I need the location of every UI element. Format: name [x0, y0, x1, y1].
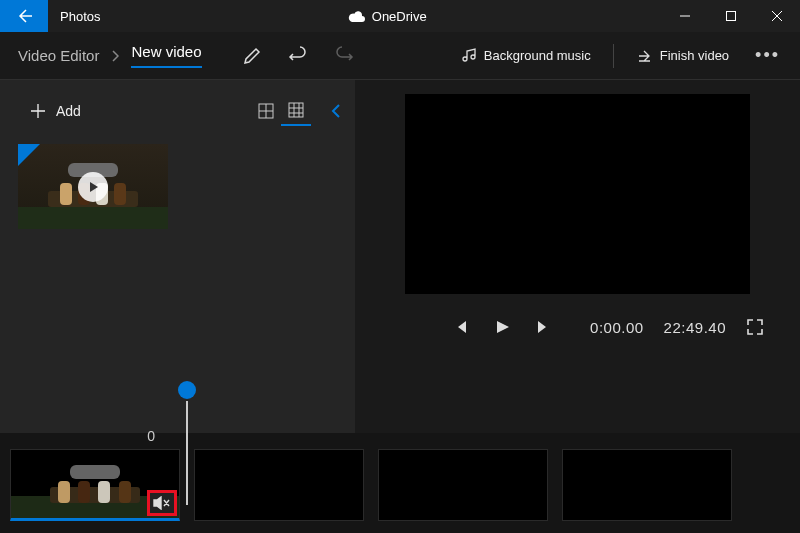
grid-3x3-icon	[288, 102, 304, 118]
play-overlay-icon	[78, 172, 108, 202]
minimize-button[interactable]	[662, 0, 708, 32]
command-bar: Video Editor New video Background music …	[0, 32, 800, 80]
close-icon	[771, 10, 783, 22]
grid-small-button[interactable]	[251, 96, 281, 126]
chevron-left-icon	[331, 103, 341, 119]
project-library: Add	[0, 80, 355, 433]
export-icon	[636, 48, 652, 64]
playhead[interactable]	[186, 401, 188, 505]
grid-large-button[interactable]	[281, 96, 311, 126]
grid-2x2-icon	[258, 103, 274, 119]
preview-canvas[interactable]	[405, 94, 750, 294]
preview-pane: 0:00.00 22:49.40	[355, 80, 800, 433]
chevron-right-icon	[111, 50, 119, 62]
titlebar: Photos OneDrive	[0, 0, 800, 32]
storyboard[interactable]: 0	[0, 433, 800, 533]
breadcrumb-root[interactable]: Video Editor	[18, 47, 99, 64]
background-music-label: Background music	[484, 48, 591, 63]
minimize-icon	[679, 10, 691, 22]
svg-rect-0	[727, 12, 736, 21]
redo-icon	[334, 46, 354, 66]
more-button[interactable]: •••	[747, 45, 788, 66]
redo-button[interactable]	[324, 36, 364, 76]
app-title: Photos	[48, 0, 112, 32]
window-controls	[662, 0, 800, 32]
view-toggle	[251, 96, 311, 126]
library-clip[interactable]	[18, 144, 168, 229]
cloud-label: OneDrive	[372, 9, 427, 24]
storyboard-clip[interactable]: 0	[10, 449, 180, 521]
close-button[interactable]	[754, 0, 800, 32]
undo-icon	[288, 46, 308, 66]
background-music-button[interactable]: Background music	[448, 36, 603, 76]
storyboard-slot[interactable]	[194, 449, 364, 521]
current-time: 0:00.00	[590, 319, 644, 336]
library-thumbnails	[0, 134, 355, 239]
total-time: 22:49.40	[664, 319, 726, 336]
play-icon	[494, 319, 510, 335]
breadcrumb-underline	[131, 66, 201, 68]
plus-icon	[30, 103, 46, 119]
library-toolbar: Add	[0, 80, 355, 134]
storyboard-slot[interactable]	[562, 449, 732, 521]
add-label: Add	[56, 103, 81, 119]
play-button[interactable]	[494, 319, 510, 335]
storyboard-slot[interactable]	[378, 449, 548, 521]
fullscreen-icon	[746, 318, 764, 336]
maximize-button[interactable]	[708, 0, 754, 32]
mute-clip-button[interactable]	[147, 490, 177, 516]
breadcrumb-current[interactable]: New video	[131, 43, 201, 64]
breadcrumb: Video Editor New video	[18, 43, 202, 68]
speaker-mute-icon	[153, 496, 171, 510]
music-icon	[460, 48, 476, 64]
maximize-icon	[725, 10, 737, 22]
pencil-icon	[243, 47, 261, 65]
prev-frame-button[interactable]	[452, 319, 468, 335]
clip-duration: 0	[147, 428, 155, 444]
finish-video-label: Finish video	[660, 48, 729, 63]
finish-video-button[interactable]: Finish video	[624, 36, 741, 76]
add-button[interactable]: Add	[30, 103, 81, 119]
editor-body: Add	[0, 80, 800, 433]
next-frame-icon	[536, 319, 552, 335]
back-arrow-icon	[14, 6, 34, 26]
prev-frame-icon	[452, 319, 468, 335]
next-frame-button[interactable]	[536, 319, 552, 335]
cloud-icon	[348, 10, 366, 22]
back-button[interactable]	[0, 0, 48, 32]
svg-rect-2	[289, 103, 303, 117]
rename-button[interactable]	[232, 36, 272, 76]
preview-controls: 0:00.00 22:49.40	[379, 294, 776, 336]
collapse-library-button[interactable]	[331, 103, 341, 119]
fullscreen-button[interactable]	[746, 318, 764, 336]
separator	[613, 44, 614, 68]
cloud-status[interactable]: OneDrive	[112, 0, 662, 32]
undo-button[interactable]	[278, 36, 318, 76]
